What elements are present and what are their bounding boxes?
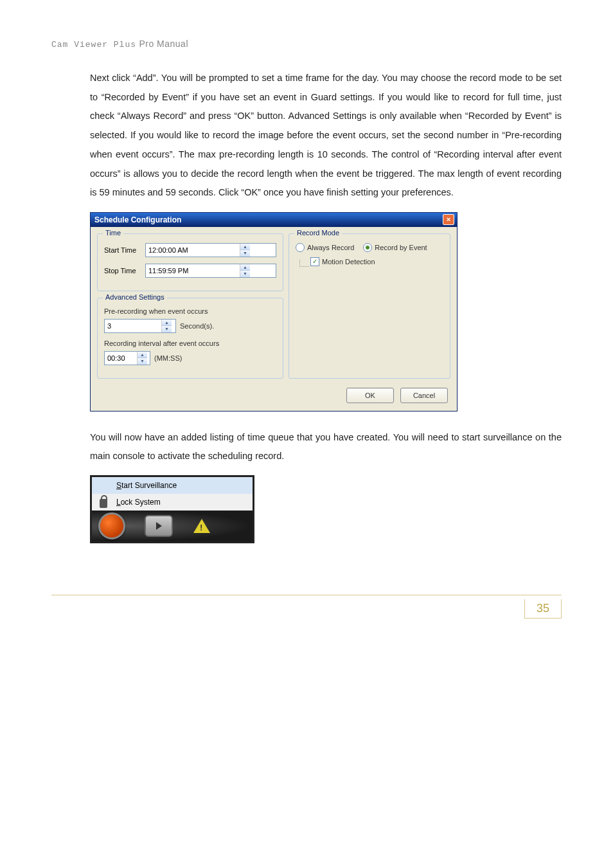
pre-recording-input[interactable] bbox=[105, 320, 161, 332]
interval-label: Recording interval after event occurs bbox=[104, 339, 276, 347]
record-by-event-radio[interactable] bbox=[363, 243, 372, 252]
spinner-buttons[interactable]: ▲▼ bbox=[161, 320, 172, 332]
interval-input[interactable] bbox=[105, 352, 137, 365]
chevron-down-icon[interactable]: ▼ bbox=[240, 250, 250, 257]
record-mode-group: Record Mode Always Record Record by Even… bbox=[289, 233, 450, 379]
start-time-spinner[interactable]: ▲▼ bbox=[145, 243, 276, 257]
blank-icon bbox=[97, 480, 110, 491]
dialog-titlebar[interactable]: Schedule Configuration × bbox=[91, 213, 457, 227]
lock-system-item[interactable]: Lock System bbox=[92, 494, 253, 511]
spinner-buttons[interactable]: ▲▼ bbox=[240, 264, 250, 277]
advanced-legend: Advanced Settings bbox=[103, 293, 167, 301]
stop-time-spinner[interactable]: ▲▼ bbox=[145, 264, 276, 278]
menu-item-label: Start Surveillance bbox=[116, 481, 177, 490]
start-time-label: Start Time bbox=[104, 246, 141, 254]
pre-recording-label: Pre-recording when event occurs bbox=[104, 307, 276, 315]
chevron-up-icon[interactable]: ▲ bbox=[240, 244, 250, 251]
spinner-buttons[interactable]: ▲▼ bbox=[137, 352, 147, 365]
record-by-event-label: Record by Event bbox=[375, 244, 427, 251]
chevron-down-icon[interactable]: ▼ bbox=[240, 271, 250, 277]
time-legend: Time bbox=[103, 229, 123, 237]
time-group: Time Start Time ▲▼ Stop Time ▲▼ bbox=[97, 233, 283, 291]
always-record-label: Always Record bbox=[307, 244, 354, 251]
start-surveillance-item[interactable]: Start Surveillance bbox=[92, 477, 253, 494]
spinner-buttons[interactable]: ▲▼ bbox=[240, 244, 250, 257]
warning-icon bbox=[193, 519, 210, 533]
alert-button[interactable] bbox=[192, 515, 211, 537]
pre-recording-spinner[interactable]: ▲▼ bbox=[104, 319, 176, 333]
start-time-input[interactable] bbox=[146, 244, 240, 257]
page-footer: 35 bbox=[51, 595, 562, 619]
chevron-down-icon[interactable]: ▼ bbox=[138, 358, 147, 365]
tree-branch-icon bbox=[299, 260, 309, 267]
record-button[interactable] bbox=[98, 512, 125, 539]
schedule-config-dialog: Schedule Configuration × Time Start Time… bbox=[90, 212, 458, 411]
instruction-paragraph-2: You will now have an added listing of ti… bbox=[90, 428, 562, 466]
dialog-title: Schedule Configuration bbox=[94, 215, 181, 224]
page-header: Cam Viewer Plus Pro Manual bbox=[51, 39, 562, 50]
instruction-paragraph-1: Next click “Add”. You will be prompted t… bbox=[90, 69, 562, 203]
stop-time-label: Stop Time bbox=[104, 267, 141, 275]
interval-spinner[interactable]: ▲▼ bbox=[104, 351, 150, 365]
chevron-up-icon[interactable]: ▲ bbox=[240, 264, 250, 271]
chevron-down-icon[interactable]: ▼ bbox=[162, 326, 172, 332]
always-record-radio[interactable] bbox=[296, 243, 305, 252]
pre-recording-unit: Second(s). bbox=[180, 322, 214, 330]
header-prefix: Cam Viewer Plus bbox=[51, 40, 136, 50]
interval-unit: (MM:SS) bbox=[154, 354, 182, 362]
motion-detection-checkbox[interactable] bbox=[310, 257, 319, 266]
page-number: 35 bbox=[524, 599, 562, 619]
chevron-up-icon[interactable]: ▲ bbox=[162, 320, 172, 327]
close-icon[interactable]: × bbox=[443, 214, 454, 225]
motion-detection-label: Motion Detection bbox=[322, 258, 375, 266]
lock-icon bbox=[97, 496, 110, 508]
record-mode-legend: Record Mode bbox=[294, 229, 342, 237]
play-button[interactable] bbox=[145, 515, 173, 537]
cancel-button[interactable]: Cancel bbox=[400, 388, 448, 403]
console-menu-panel: Start Surveillance Lock System bbox=[90, 475, 254, 543]
advanced-group: Advanced Settings Pre-recording when eve… bbox=[97, 298, 283, 379]
header-suffix: Pro Manual bbox=[139, 39, 188, 49]
play-icon bbox=[156, 522, 162, 530]
ok-button[interactable]: OK bbox=[346, 388, 394, 403]
chevron-up-icon[interactable]: ▲ bbox=[138, 352, 147, 359]
stop-time-input[interactable] bbox=[146, 264, 240, 277]
menu-item-label: Lock System bbox=[116, 498, 161, 507]
